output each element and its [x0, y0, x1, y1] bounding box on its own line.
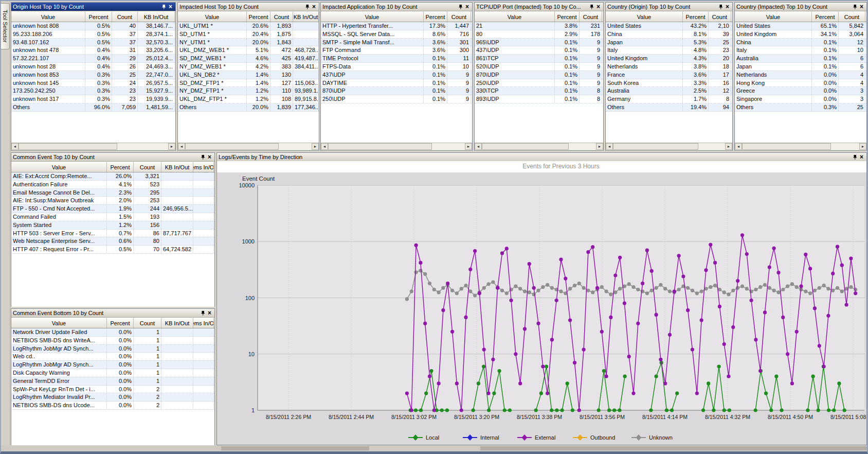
pin-icon[interactable] [160, 4, 167, 10]
table-row[interactable]: MSSQL - SQL Server Data...8.6%716 [321, 30, 472, 39]
column-header-count[interactable]: Count [134, 162, 161, 172]
column-header-count[interactable]: Count [270, 11, 293, 22]
pin-icon[interactable] [457, 4, 464, 10]
close-icon[interactable]: × [858, 4, 865, 10]
column-header-value[interactable]: Value [11, 11, 85, 22]
table-row[interactable]: Singapore0.0%3 [735, 95, 866, 103]
table-row[interactable]: UKL_DMZ_FTP1 *1.2%10889,915.8... [178, 95, 319, 103]
table-row[interactable]: Command Failed1.5%193 [11, 213, 214, 221]
table-row[interactable]: Others19.4%94 [606, 103, 732, 112]
scroll-thumb[interactable] [742, 143, 831, 150]
column-header-percent[interactable]: Percent [812, 11, 839, 22]
pin-icon[interactable] [588, 4, 595, 10]
panel-title-bar[interactable]: TCP\UDP Port (Impacted) Top 10 by Co...× [475, 3, 603, 11]
table-row[interactable]: Authentication Failure4.1%523 [11, 181, 214, 189]
column-header-count[interactable]: Count [447, 11, 471, 22]
table-row[interactable]: China8.1%39 [606, 30, 732, 39]
table-row[interactable]: United States43.2%2,10 [606, 22, 732, 30]
pin-icon[interactable] [200, 310, 206, 316]
scroll-left-button[interactable]: ◄ [321, 143, 328, 150]
table-row[interactable]: unknown host 4780.4%3133,205.6... [11, 46, 175, 55]
column-header-value[interactable]: Value [475, 11, 555, 22]
panel-title-bar[interactable]: Country (Impacted) Top 10 by Count× [735, 3, 866, 11]
column-header-value[interactable]: Value [11, 318, 107, 328]
table-row[interactable]: Australia0.1%6 [735, 55, 866, 63]
column-header-count[interactable]: Count [134, 318, 161, 328]
h-scrollbar[interactable]: ◄► [11, 143, 175, 150]
column-header-kb-in-out[interactable]: KB In/Out [161, 162, 193, 172]
table-row[interactable]: NY_DMZ_FTP1 *1.2%11093,989.1... [178, 87, 319, 95]
column-header-count[interactable]: Count [580, 11, 602, 22]
tool-selector-tab[interactable]: Tool Selector [1, 3, 10, 49]
table-row[interactable]: SD_DMZ_WEB1 *4.6%425419,487... [178, 55, 319, 63]
table-row[interactable]: FTPS-Data0.1%10 [321, 63, 472, 71]
column-header-value[interactable]: Value [606, 11, 683, 22]
close-icon[interactable]: × [206, 310, 213, 316]
table-row[interactable]: China0.1%12 [735, 39, 866, 47]
h-scrollbar[interactable]: ◄► [606, 143, 732, 150]
table-row[interactable]: Netherlands0.0%4 [735, 71, 866, 79]
scroll-left-button[interactable]: ◄ [475, 143, 482, 150]
table-row[interactable]: HTTP 407 : Request Error - Pr...0.5%7064… [11, 246, 214, 254]
h-scrollbar[interactable]: ◄► [735, 143, 866, 150]
scroll-thumb[interactable] [185, 143, 279, 150]
table-row[interactable]: 437\UDP0.1%9 [321, 71, 472, 79]
column-header-percent[interactable]: Percent [247, 11, 270, 22]
table-row[interactable]: United Kingdom34.1%3,064 [735, 30, 866, 39]
bottom-scroll-thumb[interactable] [221, 446, 369, 450]
column-header-value[interactable]: Value [735, 11, 812, 22]
h-scrollbar[interactable]: ◄► [321, 143, 472, 150]
table-row[interactable]: LogRhythm JobMgr AD Synch...0.0%1 [11, 345, 214, 353]
table-row[interactable]: FTP - 550 - Cmd Not Accepted...1.9%24424… [11, 205, 214, 213]
table-row[interactable]: United Kingdom4.3%20 [606, 55, 732, 63]
column-header-percent[interactable]: Percent [107, 318, 134, 328]
table-row[interactable]: unknown host 3170.3%2319,939.9... [11, 95, 175, 103]
close-icon[interactable]: × [858, 154, 865, 160]
table-row[interactable]: System Started1.2%156 [11, 221, 214, 230]
scroll-right-button[interactable]: ► [465, 143, 472, 150]
column-header-percent[interactable]: Percent [424, 11, 447, 22]
scroll-left-button[interactable]: ◄ [735, 143, 742, 150]
table-row[interactable]: 870\UDP0.1%9 [475, 71, 603, 79]
scroll-right-button[interactable]: ► [312, 143, 319, 150]
column-header-percent[interactable]: Percent [85, 11, 112, 22]
column-header-percent[interactable]: Percent [683, 11, 709, 22]
table-row[interactable]: HTTP - Hypertext Transfer...17.3%1,447 [321, 22, 472, 30]
table-row[interactable]: 870\UDP0.1%9 [321, 87, 472, 95]
column-header-value[interactable]: Value [178, 11, 247, 22]
table-row[interactable]: Germany1.7%8 [606, 95, 732, 103]
table-row[interactable]: Greece0.0%3 [735, 87, 866, 95]
table-row[interactable]: unknown host 8080.5%4038,146.7... [11, 22, 175, 30]
table-row[interactable]: 213.8%231 [475, 22, 603, 30]
close-icon[interactable]: × [206, 154, 213, 160]
table-row[interactable]: unknown host 280.4%2624,469.3... [11, 63, 175, 71]
table-row[interactable]: SD_DMZ_FTP1 *1.4%127115,063... [178, 79, 319, 88]
table-row[interactable]: SD_UTM1 *20.4%1,875 [178, 30, 319, 39]
bottom-scroll-strip[interactable] [0, 445, 868, 451]
scroll-right-button[interactable]: ► [725, 143, 732, 150]
close-icon[interactable]: × [311, 4, 317, 10]
table-row[interactable]: UKL_SN_DB2 *1.4%130 [178, 71, 319, 79]
table-row[interactable]: Others96.0%7,0591,481,59... [11, 103, 175, 112]
close-icon[interactable]: × [167, 4, 174, 10]
panel-title-bar[interactable]: Common Event Top 10 by Count× [11, 153, 214, 162]
h-scrollbar[interactable]: ◄► [475, 143, 603, 150]
column-header-kb-in-out[interactable]: KB In/Out [293, 11, 319, 22]
table-row[interactable]: 520\UDP0.1%9 [475, 63, 603, 71]
table-row[interactable]: DAYTIME0.1%9 [321, 79, 472, 88]
scroll-left-button[interactable]: ◄ [606, 143, 613, 150]
table-row[interactable]: NETBIOS SMB-DS dns WriteA...0.0%1 [11, 337, 214, 345]
table-row[interactable]: 802.9%178 [475, 30, 603, 39]
table-row[interactable]: AIE: Ext:Accnt Comp:Remote...26.0%3,321 [11, 172, 214, 181]
scroll-thumb[interactable] [482, 143, 569, 150]
table-row[interactable]: Australia2.5%12 [606, 87, 732, 95]
table-row[interactable]: France3.6%17 [606, 71, 732, 79]
table-row[interactable]: Network Driver Update Failed0.0%1 [11, 328, 214, 337]
table-row[interactable]: LogRhythm JobMgr AD Synch...0.0%1 [11, 361, 214, 369]
panel-title-bar[interactable]: Impacted Host Top 10 by Count× [178, 3, 319, 11]
column-header-count[interactable]: Count [839, 11, 865, 22]
table-row[interactable]: SMTP - Simple Mail Transf...3.6%301 [321, 39, 472, 47]
panel-title-bar[interactable]: Impacted Application Top 10 by Count× [321, 3, 472, 11]
table-row[interactable]: Web Netscape Enterprise Serv...0.6%80 [11, 237, 214, 246]
scroll-left-button[interactable]: ◄ [11, 143, 19, 150]
